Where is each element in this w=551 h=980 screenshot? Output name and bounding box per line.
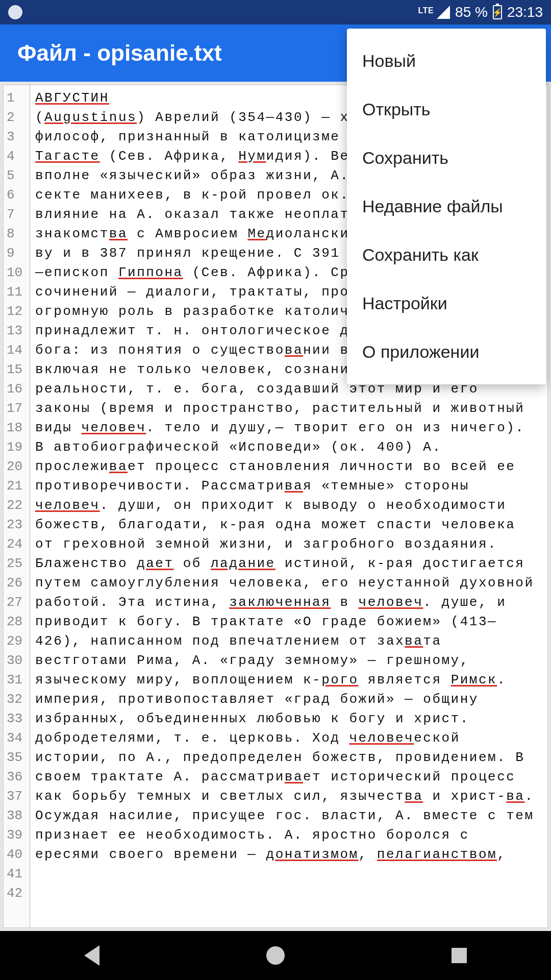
overflow-menu: Новый Открыть Сохранить Недавние файлы С… [347,29,546,384]
battery-icon: ⚡ [493,5,502,19]
menu-item-open[interactable]: Открыть [347,85,546,134]
nav-recents-button[interactable] [444,940,474,971]
menu-item-recent[interactable]: Недавние файлы [347,182,546,231]
page-title: Файл - opisanie.txt [17,40,222,66]
status-bar: LTE 85 % ⚡ 23:13 [0,0,551,24]
menu-item-save-as[interactable]: Сохранить как [347,231,546,279]
recents-icon [452,948,467,963]
battery-percent: 85 % [455,4,488,20]
menu-item-settings[interactable]: Настройки [347,279,546,328]
nav-home-button[interactable] [260,940,291,971]
signal-icon [437,6,450,19]
clock: 23:13 [507,4,543,20]
nav-back-button[interactable] [77,940,107,971]
menu-item-new[interactable]: Новый [347,37,546,85]
back-icon [84,945,99,966]
network-type: LTE [418,6,434,15]
menu-item-about[interactable]: О приложении [347,328,546,376]
menu-item-save[interactable]: Сохранить [347,134,546,182]
navigation-bar [0,931,551,980]
loading-spinner-icon [8,5,22,19]
line-number-gutter: 1234567891011121314151617181920212223242… [4,85,30,927]
home-icon [266,946,285,965]
